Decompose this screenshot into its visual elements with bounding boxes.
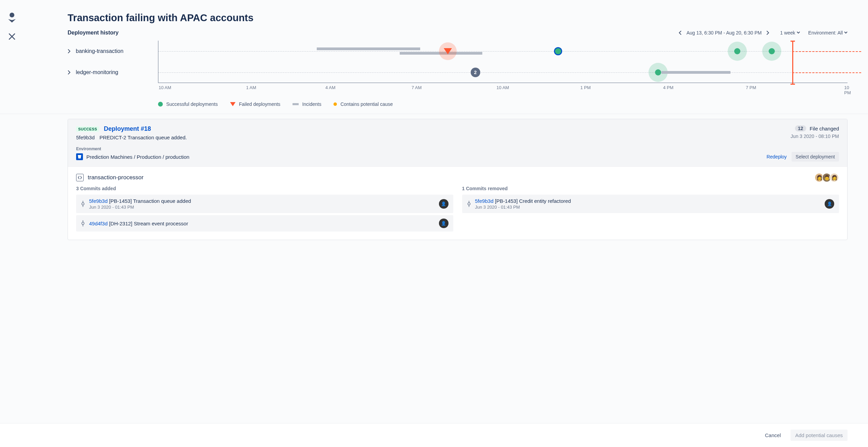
contributor-avatars[interactable]: 👩 👨 👩 bbox=[816, 173, 839, 182]
close-icon[interactable] bbox=[8, 33, 16, 40]
x-tick: 1 PM bbox=[580, 85, 590, 90]
commit-hash-link[interactable]: 5fe9b3d bbox=[475, 198, 494, 204]
page-title: Transaction failing with APAC accounts bbox=[68, 12, 848, 24]
incident-bar[interactable] bbox=[661, 71, 730, 74]
deployment-description: 5fe9b3d PREDICT-2 Transaction queue adde… bbox=[76, 135, 839, 140]
commit-icon bbox=[81, 201, 85, 207]
left-rail bbox=[0, 0, 24, 447]
svg-point-0 bbox=[10, 13, 14, 17]
svg-point-7 bbox=[468, 203, 470, 205]
commit-hash-link[interactable]: 49d4f3d bbox=[89, 221, 108, 226]
commit-row[interactable]: 49d4f3d [DH-2312] Stream event processor… bbox=[76, 215, 453, 232]
success-dot-icon bbox=[158, 102, 163, 107]
failed-deploy-marker[interactable] bbox=[444, 48, 452, 54]
bitbucket-icon bbox=[76, 153, 83, 160]
x-tick: 10 AM bbox=[159, 85, 171, 90]
failed-triangle-icon bbox=[230, 102, 236, 106]
deploy-marker[interactable] bbox=[769, 48, 775, 54]
deployment-title-link[interactable]: Deployment #18 bbox=[104, 125, 151, 132]
deploy-cluster-marker[interactable]: 2 bbox=[471, 68, 480, 77]
select-deployment-button[interactable]: Select deployment bbox=[792, 152, 839, 162]
incident-bar[interactable] bbox=[317, 47, 420, 50]
x-tick: 7 PM bbox=[746, 85, 756, 90]
environment-label: Environment bbox=[76, 146, 839, 151]
chevron-right-icon bbox=[68, 49, 71, 54]
commit-icon bbox=[81, 220, 85, 226]
footer-bar: Cancel Add potential causes bbox=[0, 423, 868, 447]
files-changed-label: File changed bbox=[810, 126, 839, 131]
deploy-marker[interactable] bbox=[655, 69, 661, 75]
potential-cause-dot-icon bbox=[333, 102, 337, 106]
history-title: Deployment history bbox=[68, 30, 118, 36]
timeline-chart[interactable]: 2 bbox=[158, 41, 848, 83]
commit-hash-link[interactable]: 5fe9b3d bbox=[89, 198, 108, 204]
chevron-right-icon bbox=[68, 70, 71, 75]
avatar[interactable]: 👤 bbox=[825, 199, 834, 209]
status-badge: SUCCESS bbox=[76, 126, 99, 132]
chevron-down-icon bbox=[797, 31, 800, 34]
environment-path: Prediction Machines / Production / produ… bbox=[86, 154, 189, 160]
commit-row[interactable]: 5fe9b3d [PB-1453] Credit entity refactor… bbox=[462, 195, 839, 213]
commit-row[interactable]: 5fe9b3d [PB-1453] Transaction queue adde… bbox=[76, 195, 453, 213]
chevron-down-icon bbox=[844, 31, 848, 34]
repo-name: transaction-processor bbox=[88, 174, 143, 181]
commit-icon bbox=[467, 201, 471, 207]
avatar[interactable]: 👤 bbox=[439, 199, 449, 209]
commit-meta: Jun 3 2020 - 01:43 PM bbox=[89, 205, 435, 210]
svg-point-1 bbox=[82, 203, 84, 205]
commit-meta: Jun 3 2020 - 01:43 PM bbox=[475, 205, 821, 210]
incident-bar-icon bbox=[293, 103, 299, 105]
cancel-button[interactable]: Cancel bbox=[761, 430, 785, 440]
timeline-legend: Successful deployments Failed deployment… bbox=[68, 101, 848, 107]
x-tick: 4 AM bbox=[325, 85, 336, 90]
x-tick: 7 AM bbox=[412, 85, 422, 90]
add-potential-causes-button[interactable]: Add potential causes bbox=[791, 430, 848, 441]
x-tick: 10 PM bbox=[844, 85, 851, 95]
deployment-timestamp: Jun 3 2020 - 08:10 PM bbox=[791, 134, 839, 139]
deployment-card: SUCCESS Deployment #18 5fe9b3d PREDICT-2… bbox=[68, 119, 848, 240]
commits-added-label: 3 Commits added bbox=[76, 186, 453, 191]
timeline-row-toggle[interactable]: banking-transaction bbox=[68, 41, 158, 62]
deploy-marker[interactable] bbox=[734, 48, 740, 54]
x-tick: 1 AM bbox=[246, 85, 256, 90]
svg-point-4 bbox=[82, 222, 84, 225]
redeploy-button[interactable]: Redeploy bbox=[767, 154, 787, 159]
avatar[interactable]: 👤 bbox=[439, 219, 449, 228]
x-tick: 4 PM bbox=[663, 85, 673, 90]
period-dropdown[interactable]: 1 week bbox=[780, 30, 800, 36]
files-count-badge: 12 bbox=[795, 125, 807, 131]
next-range-button[interactable] bbox=[764, 30, 772, 35]
section-divider bbox=[0, 114, 868, 114]
timeline-row-toggle[interactable]: ledger-monitoring bbox=[68, 62, 158, 83]
commits-removed-label: 1 Commits removed bbox=[462, 186, 839, 191]
repo-icon bbox=[76, 174, 84, 181]
x-tick: 10 AM bbox=[497, 85, 509, 90]
prev-range-button[interactable] bbox=[676, 30, 684, 35]
date-range[interactable]: Aug 13, 6:30 PM - Aug 20, 6:30 PM bbox=[686, 30, 762, 36]
avatar[interactable]: 👩 bbox=[829, 173, 839, 182]
environment-dropdown[interactable]: Environment: All bbox=[808, 30, 848, 36]
app-logo-icon bbox=[8, 12, 16, 23]
deploy-marker-selected[interactable] bbox=[555, 48, 561, 54]
